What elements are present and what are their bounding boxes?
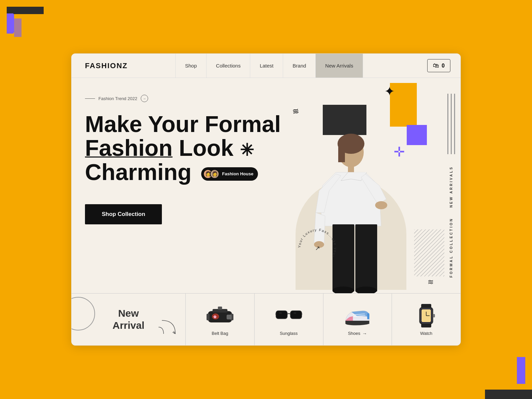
- purple-rectangle-deco: [407, 125, 427, 145]
- product-cards: 🌸 Belt Bag: [186, 294, 460, 345]
- stripe-2: [451, 94, 452, 154]
- new-arrival-section: NewArrival: [72, 294, 186, 345]
- vertical-text-container: NEW ARRIVALS FORMAL COLLECTION: [442, 78, 460, 293]
- sunglass-label: Sunglass: [280, 331, 298, 336]
- hero-title-line1: Make Your Formal: [85, 112, 285, 136]
- hero-title: Make Your Formal Fashion Look ✳ Charming…: [85, 112, 285, 184]
- zigzag-bottom-icon: ≋: [428, 278, 434, 286]
- product-card-belt-bag[interactable]: 🌸 Belt Bag: [186, 294, 255, 345]
- belt-bag-label: Belt Bag: [212, 331, 228, 336]
- svg-text:🌸: 🌸: [213, 315, 217, 318]
- dark-rectangle-deco: [323, 105, 366, 135]
- corner-decoration-br: [485, 390, 532, 399]
- watch-image: [413, 303, 440, 328]
- svg-rect-17: [207, 314, 210, 320]
- nav-link-shop[interactable]: Shop: [175, 54, 207, 78]
- svg-rect-36: [433, 314, 435, 317]
- trend-dash: [85, 98, 95, 99]
- nav-link-collections[interactable]: Collections: [206, 54, 250, 78]
- arrow-curve-deco: [159, 317, 179, 339]
- hero-section: Fashion Trend 2022 → Make Your Formal Fa…: [72, 78, 460, 293]
- svg-rect-2: [338, 145, 345, 162]
- corner-decoration-br-purple: [517, 357, 525, 384]
- bottom-circle-deco: [72, 297, 95, 330]
- nav-link-new-arrivals[interactable]: New Arrivals: [315, 54, 363, 78]
- hero-right: ✦ ≋ ✛: [285, 78, 460, 293]
- stripe-1: [447, 94, 448, 154]
- hatch-pattern-deco: [414, 229, 444, 276]
- stripe-3: [454, 94, 455, 154]
- avatar-2: 👩: [210, 169, 219, 179]
- watch-label: Watch: [420, 331, 432, 336]
- shoes-label: Shoes →: [348, 331, 367, 336]
- svg-point-27: [294, 312, 296, 314]
- svg-rect-16: [218, 307, 222, 310]
- hero-title-line3: Charming 👩 👩 Fashion House: [85, 160, 285, 184]
- shoes-image: [344, 303, 371, 328]
- vertical-text-formal-collection: FORMAL COLLECTION: [449, 218, 453, 277]
- svg-rect-19: [227, 315, 231, 319]
- nav-links: Shop Collections Latest Brand New Arriva…: [176, 54, 427, 78]
- four-point-star-icon: ✦: [384, 84, 395, 99]
- fashion-badge-label: Fashion House: [222, 172, 253, 176]
- trend-label: Fashion Trend 2022 →: [85, 95, 285, 102]
- cart-icon: 🛍: [433, 62, 439, 69]
- new-arrival-text: NewArrival: [113, 307, 144, 331]
- main-card: FASHIONZ Shop Collections Latest Brand N…: [71, 53, 461, 346]
- svg-rect-23: [290, 311, 302, 319]
- hero-title-line2: Fashion Look ✳: [85, 136, 285, 160]
- svg-rect-22: [276, 311, 287, 319]
- shop-collection-button[interactable]: Shop Collection: [85, 204, 162, 224]
- shoes-arrow: →: [362, 331, 367, 336]
- badge-avatars: 👩 👩: [203, 169, 219, 179]
- svg-rect-38: [421, 323, 431, 327]
- svg-rect-6: [355, 224, 377, 292]
- vertical-text-new-arrivals: NEW ARRIVALS: [449, 166, 453, 208]
- bottom-bar: NewArrival: [72, 293, 460, 345]
- circular-text-badge: Your Luxury Fass...ake your ↗: [296, 226, 339, 270]
- svg-rect-13: [414, 229, 444, 276]
- product-card-sunglass[interactable]: Sunglass: [255, 294, 323, 345]
- svg-point-4: [375, 201, 387, 209]
- hero-fashion-word: Fashion: [85, 135, 173, 161]
- nav-link-latest[interactable]: Latest: [250, 54, 283, 78]
- cart-count: 0: [442, 63, 445, 69]
- corner-decoration-tl: [7, 7, 47, 40]
- product-card-shoes[interactable]: Shoes →: [323, 294, 392, 345]
- trend-circle-icon: →: [141, 95, 148, 102]
- svg-rect-37: [421, 304, 431, 308]
- sunglass-image: [275, 303, 302, 328]
- navigation: FASHIONZ Shop Collections Latest Brand N…: [72, 54, 460, 78]
- nav-link-brand[interactable]: Brand: [283, 54, 316, 78]
- svg-text:Your Luxury Fass...ake your: Your Luxury Fass...ake your: [297, 228, 338, 258]
- star-symbol: ✳: [240, 141, 254, 160]
- belt-bag-image: 🌸: [207, 303, 233, 328]
- fashion-badge: 👩 👩 Fashion House: [201, 167, 258, 181]
- brand-logo[interactable]: FASHIONZ: [72, 61, 176, 70]
- trend-text: Fashion Trend 2022: [98, 96, 137, 101]
- zigzag-top-icon: ≋: [292, 106, 300, 116]
- vertical-stripes: [447, 94, 455, 154]
- plus-cross-icon: ✛: [394, 145, 405, 159]
- hero-left: Fashion Trend 2022 → Make Your Formal Fa…: [72, 78, 285, 293]
- svg-point-26: [279, 312, 282, 314]
- product-card-watch[interactable]: Watch: [392, 294, 460, 345]
- cart-button[interactable]: 🛍 0: [427, 59, 450, 72]
- svg-rect-30: [367, 313, 369, 319]
- svg-text:↗: ↗: [315, 245, 320, 252]
